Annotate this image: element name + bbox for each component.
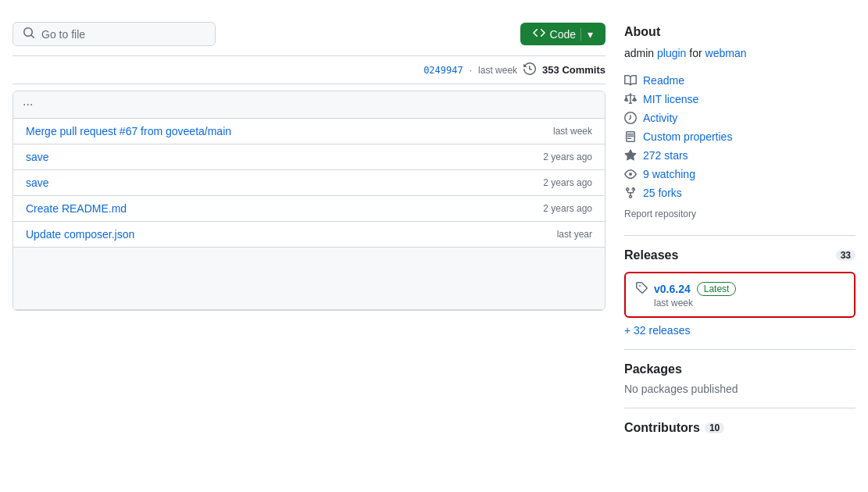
- sidebar-link-readme[interactable]: Readme: [624, 71, 855, 90]
- file-name-4[interactable]: Update composer.json: [26, 228, 134, 241]
- description-plugin-link[interactable]: plugin: [657, 47, 686, 59]
- packages-section: Packages No packages published: [624, 362, 855, 395]
- release-version[interactable]: v0.6.24: [654, 283, 691, 295]
- release-card-inner: v0.6.24 Latest: [635, 281, 845, 296]
- file-time-4: last year: [557, 229, 592, 240]
- file-time-2: 2 years ago: [543, 177, 592, 188]
- file-row-2: save 2 years ago: [13, 170, 605, 196]
- fork-icon: [624, 187, 637, 199]
- latest-badge: Latest: [697, 282, 737, 296]
- file-time-0: last week: [553, 126, 592, 137]
- commits-link[interactable]: 353 Commits: [542, 64, 605, 76]
- releases-section: Releases 33 v0.6.24 Latest last: [624, 248, 855, 337]
- code-button[interactable]: Code ▾: [520, 23, 605, 45]
- forks-link[interactable]: 25 forks: [643, 187, 682, 199]
- file-row-4: Update composer.json last year: [13, 222, 605, 248]
- commit-hash[interactable]: 0249947: [423, 65, 463, 76]
- tag-icon: [635, 281, 648, 296]
- contributors-title: Contributors: [624, 421, 700, 435]
- description-text2: for: [686, 47, 705, 59]
- activity-icon: [624, 112, 637, 124]
- commits-count: 353 Commits: [542, 64, 605, 76]
- contributors-section: Contributors 10: [624, 421, 855, 435]
- sidebar: About admin plugin for webman Readme: [624, 12, 855, 435]
- report-link[interactable]: Report repository: [624, 205, 855, 223]
- releases-count: 33: [836, 250, 855, 261]
- sidebar-link-license[interactable]: MIT license: [624, 90, 855, 109]
- releases-link[interactable]: Releases: [624, 248, 678, 262]
- description-text: admin: [624, 47, 657, 59]
- code-icon: [533, 27, 545, 41]
- divider-1: [624, 235, 855, 236]
- watching-link[interactable]: 9 watching: [643, 168, 695, 180]
- commit-time: last week: [478, 65, 517, 76]
- empty-rows: [13, 248, 605, 310]
- packages-title: Packages: [624, 362, 855, 376]
- license-label: MIT license: [643, 93, 698, 105]
- dots-icon: ···: [23, 98, 33, 112]
- sidebar-link-activity[interactable]: Activity: [624, 109, 855, 127]
- no-packages-text: No packages published: [624, 383, 738, 395]
- file-list: ··· Merge pull request #67 from goveeta/…: [13, 91, 605, 311]
- stars-link[interactable]: 272 stars: [643, 149, 688, 162]
- star-icon: [624, 149, 637, 162]
- file-time-1: 2 years ago: [543, 152, 592, 162]
- readme-label: Readme: [643, 74, 684, 87]
- more-releases-link[interactable]: + 32 releases: [624, 324, 690, 337]
- forks-stat: 25 forks: [624, 184, 855, 202]
- scale-icon: [624, 93, 637, 105]
- contributors-count: 10: [705, 422, 724, 433]
- file-row: Merge pull request #67 from goveeta/main…: [13, 119, 605, 144]
- properties-icon: [624, 130, 637, 143]
- history-icon: [523, 62, 536, 77]
- main-panel: Go to file Code ▾ 0249947 · last week: [13, 12, 605, 435]
- divider-3: [624, 408, 855, 408]
- releases-header: Releases 33: [624, 248, 855, 262]
- release-date: last week: [635, 298, 845, 308]
- file-name-2[interactable]: save: [26, 176, 49, 189]
- search-box[interactable]: Go to file: [13, 22, 216, 46]
- code-label: Code: [550, 28, 576, 41]
- search-icon: [23, 27, 35, 41]
- book-icon: [624, 74, 637, 87]
- file-row-3: Create README.md 2 years ago: [13, 196, 605, 222]
- repo-description: admin plugin for webman: [624, 45, 855, 62]
- divider-2: [624, 349, 855, 350]
- custom-props-label: Custom properties: [643, 130, 732, 143]
- file-name-3[interactable]: Create README.md: [26, 202, 127, 215]
- file-list-header: ···: [13, 91, 605, 119]
- file-name-0[interactable]: Merge pull request #67 from goveeta/main: [26, 125, 231, 137]
- file-name-1[interactable]: save: [26, 151, 49, 163]
- watching-stat: 9 watching: [624, 165, 855, 184]
- description-webman-link[interactable]: webman: [705, 47, 747, 59]
- toolbar: Go to file Code ▾: [13, 12, 605, 55]
- file-row-1: save 2 years ago: [13, 144, 605, 170]
- file-time-3: 2 years ago: [543, 203, 592, 214]
- about-title: About: [624, 12, 855, 45]
- sidebar-link-custom-props[interactable]: Custom properties: [624, 127, 855, 146]
- stars-stat: 272 stars: [624, 146, 855, 165]
- release-card: v0.6.24 Latest last week: [624, 272, 855, 318]
- search-label: Go to file: [41, 28, 85, 41]
- eye-icon: [624, 168, 637, 180]
- code-chevron: ▾: [580, 28, 593, 41]
- commits-row: 0249947 · last week 353 Commits: [13, 55, 605, 84]
- releases-title: Releases: [624, 248, 678, 262]
- activity-label: Activity: [643, 112, 677, 124]
